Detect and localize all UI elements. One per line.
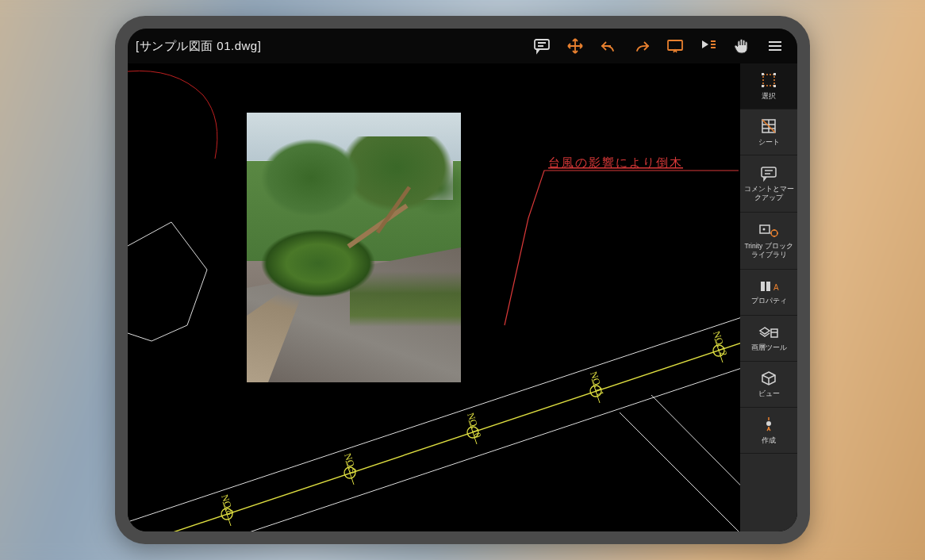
play-list-icon[interactable] xyxy=(699,36,718,56)
svg-rect-46 xyxy=(766,282,770,291)
annotation-text: 台風の影響により倒木 xyxy=(548,156,683,169)
top-bar: [サンプル図面 01.dwg] xyxy=(128,29,797,63)
svg-point-50 xyxy=(766,421,771,426)
undo-icon[interactable] xyxy=(599,36,618,56)
comment-icon[interactable] xyxy=(532,36,551,56)
property-button[interactable]: A プロパティ xyxy=(740,270,797,316)
svg-rect-34 xyxy=(773,85,776,87)
view-button[interactable]: ビュー xyxy=(740,362,797,408)
svg-line-14 xyxy=(651,395,740,524)
svg-rect-31 xyxy=(762,73,764,75)
svg-rect-45 xyxy=(761,282,765,291)
sheet-label: シート xyxy=(758,138,780,146)
svg-point-44 xyxy=(771,230,777,236)
tablet-frame: [サンプル図面 01.dwg] xyxy=(115,16,810,544)
svg-rect-3 xyxy=(668,40,682,50)
layer-tool-button[interactable]: 画層ツール xyxy=(740,316,797,362)
comment-markup-button[interactable]: コメントとマークアップ xyxy=(740,155,797,213)
move-icon[interactable] xyxy=(566,36,585,56)
menu-icon[interactable] xyxy=(766,36,785,56)
filename-label: [サンプル図面 01.dwg] xyxy=(136,39,261,54)
screen: [サンプル図面 01.dwg] xyxy=(128,29,797,531)
sheet-tool-button[interactable]: シート xyxy=(740,109,797,155)
comment-markup-label: コメントとマークアップ xyxy=(742,185,796,201)
create-button[interactable]: 作成 xyxy=(740,408,797,454)
trinity-block-label: Trinity ブロック ライブラリ xyxy=(742,242,796,258)
svg-point-43 xyxy=(763,228,766,231)
svg-rect-32 xyxy=(773,73,776,75)
property-label: プロパティ xyxy=(751,297,787,305)
create-label: 作成 xyxy=(762,436,776,444)
svg-text:A: A xyxy=(773,283,779,292)
drawing-canvas[interactable]: 台風の影響により倒木 N xyxy=(128,63,740,531)
svg-rect-30 xyxy=(763,75,774,86)
select-label: 選択 xyxy=(762,92,776,100)
svg-rect-0 xyxy=(535,40,549,49)
hand-icon[interactable] xyxy=(732,36,751,56)
svg-rect-33 xyxy=(762,85,764,87)
svg-rect-39 xyxy=(762,167,776,177)
view-label: ビュー xyxy=(758,389,780,397)
trinity-block-button[interactable]: Trinity ブロック ライブラリ xyxy=(740,213,797,270)
svg-line-13 xyxy=(620,412,739,531)
svg-rect-48 xyxy=(771,329,777,337)
right-sidebar: 選択 シート コメントとマークアップ Trinity ブロック ライブラリ A … xyxy=(740,63,797,531)
top-toolbar xyxy=(532,36,789,56)
layer-tool-label: 画層ツール xyxy=(751,343,787,351)
presentation-icon[interactable] xyxy=(666,36,685,56)
redo-icon[interactable] xyxy=(632,36,651,56)
select-tool-button[interactable]: 選択 xyxy=(740,63,797,109)
embedded-photo[interactable] xyxy=(247,113,461,382)
